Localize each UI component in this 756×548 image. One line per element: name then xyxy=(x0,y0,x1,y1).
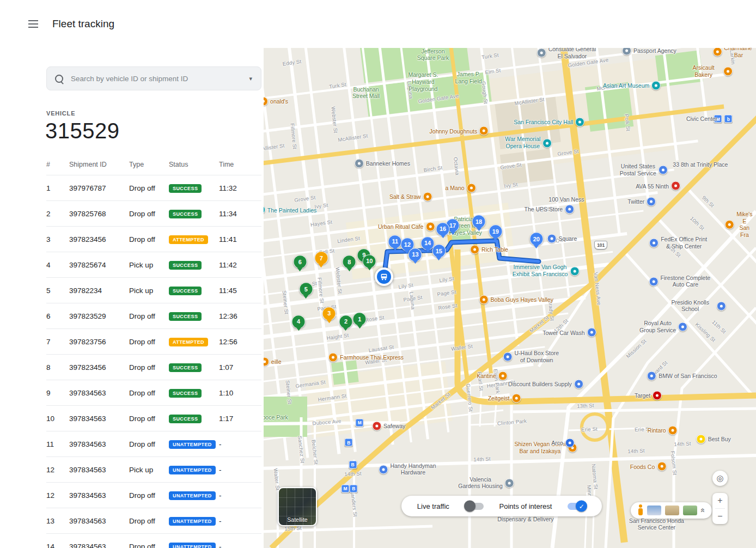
stop-marker-8[interactable]: 8 xyxy=(343,255,356,269)
map-label-zeitgeist[interactable]: Zeitgeist xyxy=(488,393,521,403)
map-label-handy-handyman-hardware[interactable]: Handy Handyman Hardware xyxy=(379,462,436,476)
table-row[interactable]: 8397823456Drop offSUCCESS1:07 xyxy=(46,355,261,380)
map-label-charmaine-bar[interactable]: Charmaine' Bar xyxy=(712,48,753,59)
map-label-banneker-homes[interactable]: Banneker Homes xyxy=(355,159,410,168)
map-label-eille[interactable]: eille xyxy=(264,357,281,366)
photo-thumbnail[interactable] xyxy=(647,506,661,515)
map-label-a-mano[interactable]: a Mano xyxy=(446,184,476,193)
table-row[interactable]: 1397976787Drop offSUCCESS11:32 xyxy=(46,175,261,201)
map-label-consulate-general-el-salvador[interactable]: Consulate General El Salvador xyxy=(537,48,596,60)
map-label-war-memorial-opera-house[interactable]: War Memorial Opera House xyxy=(505,136,552,150)
map-label-square[interactable]: Square xyxy=(547,234,577,243)
map-label-mike-s-e-san-fra[interactable]: Mike's E San Fra xyxy=(725,211,752,238)
map-label-kantine[interactable]: Kantine xyxy=(477,372,508,381)
map-label-bmw-of-san-francisco[interactable]: BMW of San Francisco xyxy=(647,372,717,381)
map-label-discount-builders-supply[interactable]: Discount Builders Supply xyxy=(508,379,583,388)
stop-marker-10[interactable]: 10 xyxy=(363,254,376,268)
map-label-margaret-s-hayward-playground[interactable]: Margaret S. Hayward Playground xyxy=(408,72,438,93)
search-box[interactable]: ▾ xyxy=(46,66,261,90)
stop-marker-6[interactable]: 6 xyxy=(293,255,307,269)
vehicle-marker[interactable] xyxy=(375,267,393,286)
photo-carousel[interactable]: « xyxy=(631,502,712,519)
map-label-target[interactable]: Target xyxy=(635,391,662,400)
map-label-valencia-gardens-housing[interactable]: Valencia Gardens Housing xyxy=(458,476,514,490)
search-input[interactable] xyxy=(70,74,249,83)
table-row[interactable]: 11397834563Drop offUNATTEMPTED- xyxy=(46,431,261,457)
map-label-urban-ritual-cafe[interactable]: Urban Ritual Cafe xyxy=(378,222,435,231)
map-label-arsicault-bakery[interactable]: Arsicault Bakery xyxy=(686,65,733,78)
dropdown-caret-icon[interactable]: ▾ xyxy=(249,75,252,82)
map-label-rintaro[interactable]: Rintaro xyxy=(648,426,678,435)
map-label-fedex-office-print-ship-center[interactable]: FedEx Office Print & Ship Center xyxy=(649,236,707,249)
map-label-salt-straw[interactable]: Salt & Straw xyxy=(389,192,432,201)
stop-marker-2[interactable]: 2 xyxy=(339,315,352,328)
stop-marker-15[interactable]: 15 xyxy=(432,244,446,258)
map-label-jefferson-square-park[interactable]: Jefferson Square Park xyxy=(417,48,449,62)
table-row[interactable]: 12397834563Pick upUNATTEMPTED- xyxy=(46,457,261,483)
table-row[interactable]: 4397825674Pick upSUCCESS11:42 xyxy=(46,252,261,278)
map-label-u-haul-box-store-of-downtown[interactable]: U-Haul Box Store of Downtown xyxy=(503,350,559,364)
map-label-boba-guys-hayes-valley[interactable]: Boba Guys Hayes Valley xyxy=(479,295,553,304)
my-location-button[interactable]: ◎ xyxy=(712,471,728,486)
points-of-interest-toggle[interactable]: ✓ xyxy=(568,503,586,510)
map-label-san-francisco-honda-service-center[interactable]: San Francisco Honda Service Center xyxy=(629,517,684,531)
map-label-the-painted-ladies[interactable]: The Painted Ladies xyxy=(264,205,316,215)
table-row[interactable]: 3397823456Drop offATTEMPTED11:41 xyxy=(46,227,261,252)
map-label-san-francisco-city-hall[interactable]: San Francisco City Hall xyxy=(514,117,584,126)
table-row[interactable]: 7397823756Drop offATTEMPTED12:56 xyxy=(46,329,261,355)
table-row[interactable]: 2397825768Drop offSUCCESS11:34 xyxy=(46,201,261,227)
stop-marker-5[interactable]: 5 xyxy=(299,282,313,296)
map-label-rich-table[interactable]: Rich Table xyxy=(470,245,508,254)
stop-marker-13[interactable]: 13 xyxy=(409,248,422,261)
table-row[interactable]: 9397834563Drop offSUCCESS1:10 xyxy=(46,380,261,406)
photo-thumbnail[interactable] xyxy=(665,506,679,515)
photo-thumbnail[interactable] xyxy=(683,506,697,515)
map-label-firestone-complete-auto-care[interactable]: Firestone Complete Auto Care xyxy=(649,275,711,288)
table-row[interactable]: 12397834563Drop offUNATTEMPTED- xyxy=(46,483,261,508)
map-label-onald-s[interactable]: onald's xyxy=(264,97,288,106)
map-label-twitter[interactable]: Twitter xyxy=(627,197,656,206)
stop-marker-20[interactable]: 20 xyxy=(529,232,543,246)
stop-marker-1[interactable]: 1 xyxy=(353,312,367,326)
collapse-icon[interactable]: « xyxy=(699,508,708,513)
zoom-in-button[interactable]: + xyxy=(712,493,728,508)
map-label-tower-car-wash[interactable]: Tower Car Wash xyxy=(542,328,596,337)
menu-button[interactable] xyxy=(28,18,42,30)
map-label-presidio-knolls-school[interactable]: Presidio Knolls School xyxy=(666,299,726,313)
map-label-foods-co[interactable]: Foods Co xyxy=(630,462,667,471)
stop-marker-18[interactable]: 18 xyxy=(472,215,486,228)
map[interactable]: Eddy StTurk StTurk StElm StGolden Gate A… xyxy=(264,48,756,548)
table-row[interactable]: 10397834563Drop offSUCCESS1:17 xyxy=(46,406,261,431)
table-row[interactable]: 13397834563Drop offUNATTEMPTED- xyxy=(46,508,261,534)
map-label-james-p-lang-field[interactable]: James P. Lang Field xyxy=(455,71,482,84)
map-label-the-ups-store[interactable]: The UPS Store xyxy=(525,204,575,214)
stop-marker-4[interactable]: 4 xyxy=(292,315,306,328)
table-row[interactable]: 6397823529Drop offSUCCESS12:36 xyxy=(46,303,261,329)
map-label-asian-art-museum[interactable]: Asian Art Museum xyxy=(603,81,661,90)
pegman-icon[interactable] xyxy=(637,504,643,516)
map-label-33-8th-at-trinity-place[interactable]: 33 8th at Trinity Place xyxy=(673,161,728,168)
map-label-best-buy[interactable]: Best Buy xyxy=(697,434,731,443)
live-traffic-toggle[interactable] xyxy=(465,503,484,510)
map-label-civic-center[interactable]: Civic Center xyxy=(686,115,717,123)
stop-marker-7[interactable]: 7 xyxy=(314,251,328,265)
map-label-duboce-park[interactable]: Duboce Park xyxy=(264,414,288,421)
map-label-passport-agency[interactable]: Passport Agency xyxy=(622,48,676,55)
table-row[interactable]: 539782234Pick upSUCCESS11:45 xyxy=(46,278,261,303)
map-label-immersive-van-gogh-exhibit-san-francisco[interactable]: Immersive Van Gogh Exhibit San Francisco xyxy=(513,264,580,278)
map-label-johnny-doughnuts[interactable]: Johnny Doughnuts xyxy=(430,126,489,136)
stop-marker-11[interactable]: 11 xyxy=(388,235,402,248)
map-label-100-van-ness[interactable]: 100 Van Ness xyxy=(548,196,584,203)
map-label-royal-auto-group-service[interactable]: Royal Auto Group Service xyxy=(639,320,687,334)
map-label-farmhouse-thai-express[interactable]: Farmhouse Thai Express xyxy=(328,353,404,362)
map-label-buchanan-street-mall[interactable]: Buchanan Street Mall xyxy=(352,86,380,100)
satellite-toggle-button[interactable]: Satellite xyxy=(278,487,317,526)
stop-marker-3[interactable]: 3 xyxy=(322,307,336,320)
stop-marker-19[interactable]: 19 xyxy=(489,225,502,239)
zoom-out-button[interactable]: − xyxy=(712,509,728,524)
map-label-united-states-postal-service[interactable]: United States Postal Service xyxy=(620,163,668,176)
stop-marker-16[interactable]: 16 xyxy=(436,222,450,236)
map-label-arco[interactable]: Arco xyxy=(551,439,575,448)
map-label-safeway[interactable]: Safeway xyxy=(372,422,405,431)
table-row[interactable]: 14397834563Drop offUNATTEMPTED- xyxy=(46,534,261,548)
